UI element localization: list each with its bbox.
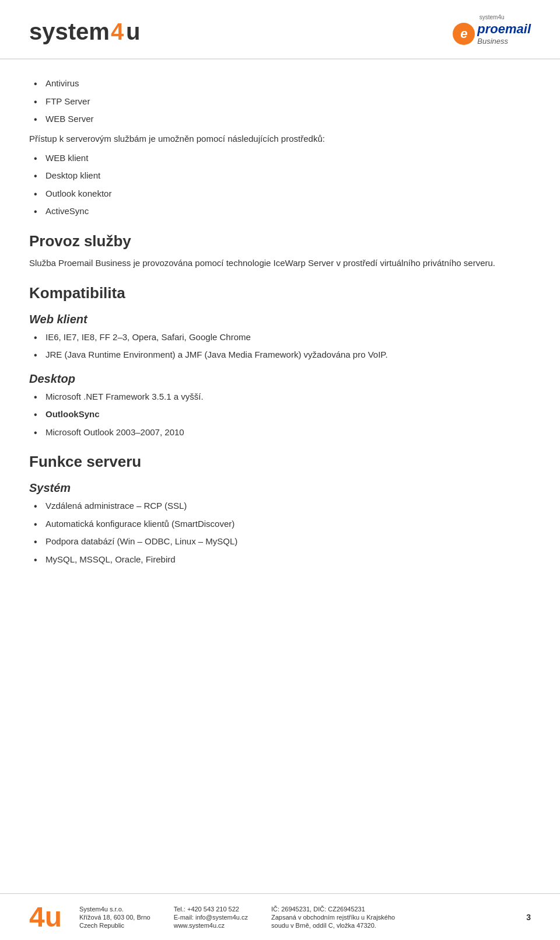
web-klient-list: IE6, IE7, IE8, FF 2–3, Opera, Safari, Go… <box>29 331 531 362</box>
footer-col-address: System4u s.r.o. Křížová 18, 603 00, Brno… <box>79 906 150 929</box>
access-text: Přístup k serverovým službám je umožněn … <box>29 132 531 146</box>
intro-list: Antivirus FTP Server WEB Server <box>29 77 531 126</box>
footer-tel: Tel.: +420 543 210 522 <box>174 906 248 913</box>
proemail-label: proemail <box>477 22 531 37</box>
footer-web: www.system4u.cz <box>174 922 248 929</box>
svg-text:4: 4 <box>111 19 124 44</box>
footer-ic: IČ: 26945231, DIČ: CZ26945231 <box>271 906 395 913</box>
list-item: Automatická konfigurace klientů (SmartDi… <box>29 518 531 531</box>
list-item: OutlookSync <box>29 408 531 421</box>
business-label: Business <box>477 37 508 46</box>
desktop-heading: Desktop <box>29 372 531 386</box>
footer-col-contact: Tel.: +420 543 210 522 E-mail: info@syst… <box>174 906 248 929</box>
list-item: Podpora databází (Win – ODBC, Linux – My… <box>29 535 531 548</box>
company-name: System4u s.r.o. <box>79 906 150 913</box>
list-item: Desktop klient <box>29 169 531 183</box>
e-icon: e <box>453 23 475 45</box>
list-item: WEB klient <box>29 152 531 165</box>
footer-email: E-mail: info@system4u.cz <box>174 914 248 921</box>
list-item: WEB Server <box>29 113 531 126</box>
svg-text:u: u <box>126 19 140 44</box>
main-content: Antivirus FTP Server WEB Server Přístup … <box>0 77 560 618</box>
footer: 4u System4u s.r.o. Křížová 18, 603 00, B… <box>0 893 560 940</box>
footer-col-legal: IČ: 26945231, DIČ: CZ26945231 Zapsaná v … <box>271 906 395 929</box>
list-item: Vzdálená administrace – RCP (SSL) <box>29 499 531 513</box>
proemail-logo: system4u e proemail Business <box>453 14 531 46</box>
company-address2: Czech Republic <box>79 922 150 929</box>
footer-registered1: Zapsaná v obchodním rejstříku u Krajskéh… <box>271 914 395 921</box>
list-item: IE6, IE7, IE8, FF 2–3, Opera, Safari, Go… <box>29 331 531 344</box>
proemail-system4u-label: system4u <box>480 14 505 20</box>
provoz-text: Služba Proemail Business je provozována … <box>29 256 531 270</box>
header: system 4 u system4u e proemail Business <box>0 0 560 60</box>
access-list: WEB klient Desktop klient Outlook konekt… <box>29 152 531 218</box>
list-item: ActiveSync <box>29 205 531 218</box>
system4u-logo-svg: system 4 u <box>29 14 158 49</box>
company-address1: Křížová 18, 603 00, Brno <box>79 914 150 921</box>
list-item: Antivirus <box>29 77 531 90</box>
footer-company-info: System4u s.r.o. Křížová 18, 603 00, Brno… <box>79 906 526 929</box>
svg-text:system: system <box>29 19 110 44</box>
page-number: 3 <box>526 913 531 922</box>
desktop-list: Microsoft .NET Framework 3.5.1 a vyšší. … <box>29 390 531 439</box>
footer-registered2: soudu v Brně, oddíl C, vložka 47320. <box>271 922 395 929</box>
page: system 4 u system4u e proemail Business <box>0 0 560 940</box>
list-item: Outlook konektor <box>29 187 531 201</box>
system-heading: Systém <box>29 481 531 495</box>
footer-logo-4u: 4u <box>29 903 62 931</box>
provoz-heading: Provoz služby <box>29 232 531 250</box>
list-item: JRE (Java Runtime Environment) a JMF (Ja… <box>29 348 531 362</box>
system4u-logo: system 4 u <box>29 14 158 49</box>
web-klient-heading: Web klient <box>29 313 531 326</box>
list-item: Microsoft Outlook 2003–2007, 2010 <box>29 426 531 439</box>
list-item: Microsoft .NET Framework 3.5.1 a vyšší. <box>29 390 531 404</box>
list-item: MySQL, MSSQL, Oracle, Firebird <box>29 553 531 567</box>
list-item: FTP Server <box>29 95 531 109</box>
proemail-text-block: proemail Business <box>477 22 531 46</box>
system-list: Vzdálená administrace – RCP (SSL) Automa… <box>29 499 531 566</box>
kompatibilita-heading: Kompatibilita <box>29 284 531 302</box>
proemail-logo-main: e proemail Business <box>453 22 531 46</box>
funkce-serveru-heading: Funkce serveru <box>29 453 531 471</box>
